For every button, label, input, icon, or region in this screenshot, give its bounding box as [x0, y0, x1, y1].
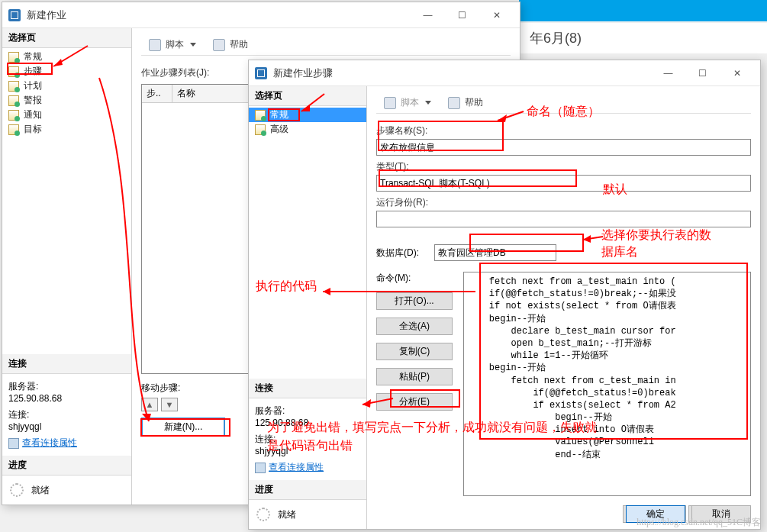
toolbar: 脚本 帮助 [376, 92, 751, 114]
close-button[interactable]: ✕ [720, 62, 754, 85]
page-icon [255, 124, 266, 135]
sidebar-pages: 常规 高级 [249, 106, 366, 138]
dropdown-caret-icon[interactable] [425, 101, 431, 105]
sidebar-item-alerts[interactable]: 警报 [2, 93, 131, 108]
server-value: 125.90.88.68 [255, 418, 360, 428]
select-all-button[interactable]: 全选(A) [376, 318, 453, 335]
toolbar: 脚本 帮助 [141, 34, 511, 56]
page-icon [8, 52, 19, 63]
view-connection-link[interactable]: 查看连接属性 [269, 462, 324, 472]
connection-icon [8, 438, 19, 449]
page-icon [255, 110, 266, 121]
parse-button[interactable]: 分析(E) [376, 393, 453, 411]
progress-spinner-icon [10, 483, 24, 497]
move-up-button[interactable]: ▲ [141, 398, 158, 411]
open-button[interactable]: 打开(O)... [376, 292, 453, 310]
progress-area: 就绪 [2, 476, 131, 505]
minimize-button[interactable]: — [651, 62, 685, 85]
app-icon [255, 67, 267, 79]
window-title: 新建作业步骤 [273, 66, 651, 80]
bg-date-label: 年6月(8) [519, 23, 767, 53]
conn-value: shjyyqgl [8, 421, 125, 432]
conn-value: shjyyqgl [255, 446, 360, 456]
page-icon [8, 124, 19, 135]
script-icon [384, 97, 396, 109]
page-icon [8, 95, 19, 106]
minimize-button[interactable]: — [411, 4, 445, 27]
page-icon [8, 81, 19, 92]
script-icon [149, 39, 161, 51]
step-name-input[interactable] [376, 139, 751, 156]
paste-button[interactable]: 粘贴(P) [376, 368, 453, 385]
sidebar-item-general[interactable]: 常规 [2, 50, 131, 64]
help-label[interactable]: 帮助 [465, 96, 483, 109]
connection-header: 连接 [2, 354, 131, 374]
bg-header-strip [519, 0, 767, 21]
sidebar-item-targets[interactable]: 目标 [2, 122, 131, 137]
step-name-label: 步骤名称(S): [376, 124, 751, 137]
page-icon [8, 66, 19, 77]
new-job-step-window: 新建作业步骤 — ☐ ✕ 选择页 常规 高级 连接 服务器: 125.90.88… [248, 60, 761, 530]
help-icon [213, 39, 225, 51]
connection-info: 服务器: 125.90.88.68 连接: shjyyqgl 查看连接属性 [2, 374, 131, 456]
sidebar-item-schedules[interactable]: 计划 [2, 79, 131, 93]
connection-icon [255, 463, 266, 473]
help-icon [448, 97, 460, 109]
server-label: 服务器: [255, 405, 360, 418]
database-select[interactable]: 教育园区管理DB [434, 244, 556, 261]
progress-spinner-icon [256, 508, 270, 521]
titlebar[interactable]: 新建作业步骤 — ☐ ✕ [249, 60, 760, 86]
script-label[interactable]: 脚本 [401, 96, 419, 109]
type-select[interactable]: Transact-SQL 脚本(T-SQL) [376, 175, 751, 192]
window-title: 新建作业 [27, 8, 411, 22]
progress-header: 进度 [2, 456, 131, 476]
script-label[interactable]: 脚本 [166, 38, 184, 51]
type-label: 类型(T): [376, 160, 751, 173]
sidebar-header: 选择页 [2, 28, 131, 48]
command-label: 命令(M): [376, 272, 453, 285]
help-label[interactable]: 帮助 [230, 38, 248, 51]
ready-label: 就绪 [278, 508, 296, 521]
titlebar[interactable]: 新建作业 — ☐ ✕ [2, 2, 520, 28]
db-label: 数据库(D): [376, 247, 419, 260]
sidebar-item-steps[interactable]: 步骤 [2, 64, 131, 79]
conn-label: 连接: [8, 408, 125, 421]
sidebar-item-notifications[interactable]: 通知 [2, 108, 131, 122]
runas-label: 运行身份(R): [376, 196, 751, 209]
ready-label: 就绪 [31, 484, 50, 497]
maximize-button[interactable]: ☐ [685, 62, 720, 85]
new-step-button[interactable]: 新建(N)... [141, 418, 225, 437]
server-label: 服务器: [8, 380, 125, 393]
runas-select[interactable] [376, 211, 751, 227]
sidebar: 选择页 常规 步骤 计划 警报 通知 目标 连接 服务器: 125.90.88.… [2, 28, 132, 505]
maximize-button[interactable]: ☐ [445, 4, 479, 27]
command-textarea[interactable]: fetch next from a_test_main into ( if(@@… [463, 272, 751, 496]
app-icon [8, 9, 21, 21]
page-icon [8, 110, 19, 121]
sidebar-item-advanced[interactable]: 高级 [249, 122, 366, 137]
sidebar-header: 选择页 [249, 86, 366, 106]
server-value: 125.90.88.68 [8, 393, 125, 404]
main-panel: 脚本 帮助 步骤名称(S): 类型(T): Transact-SQL 脚本(T-… [367, 86, 760, 529]
move-down-button[interactable]: ▼ [161, 398, 178, 411]
connection-header: 连接 [249, 379, 366, 398]
view-connection-link[interactable]: 查看连接属性 [22, 437, 77, 448]
close-button[interactable]: ✕ [479, 4, 514, 27]
connection-info: 服务器: 125.90.88.68 连接: shjyyqgl 查看连接属性 [249, 398, 366, 480]
sidebar-item-general[interactable]: 常规 [249, 108, 366, 122]
conn-label: 连接: [255, 433, 360, 446]
sidebar: 选择页 常规 高级 连接 服务器: 125.90.88.68 连接: shjyy… [249, 86, 367, 529]
sidebar-pages: 常规 步骤 计划 警报 通知 目标 [2, 48, 131, 138]
progress-header: 进度 [249, 480, 366, 500]
watermark: https://blog.csdn.net/qq_51C博客 [636, 516, 761, 529]
col-step: 步.. [142, 85, 172, 102]
progress-area: 就绪 [249, 500, 366, 529]
dropdown-caret-icon[interactable] [190, 43, 196, 47]
copy-button[interactable]: 复制(C) [376, 343, 453, 360]
